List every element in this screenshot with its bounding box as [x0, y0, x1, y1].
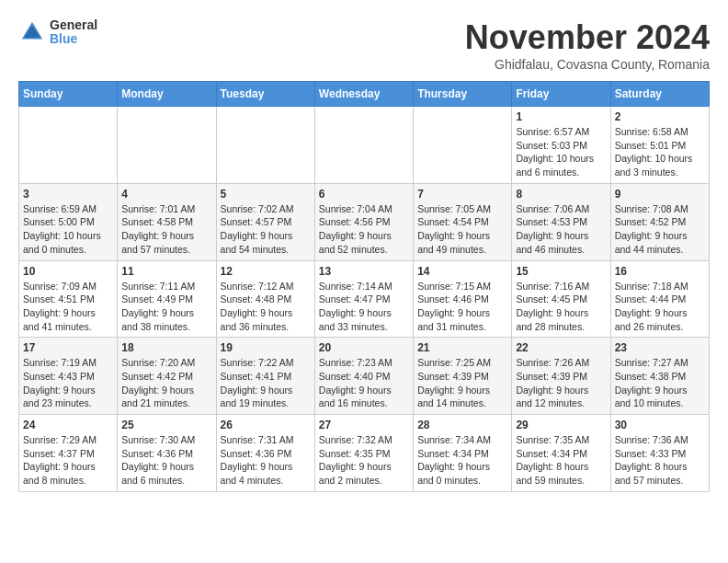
day-info: Sunrise: 7:35 AMSunset: 4:34 PMDaylight:… [516, 433, 606, 488]
day-info: Sunrise: 6:59 AMSunset: 5:00 PMDaylight:… [23, 202, 113, 257]
calendar-cell: 2Sunrise: 6:58 AMSunset: 5:01 PMDaylight… [610, 107, 709, 184]
day-info: Sunrise: 7:30 AMSunset: 4:36 PMDaylight:… [121, 433, 211, 488]
day-info: Sunrise: 7:05 AMSunset: 4:54 PMDaylight:… [417, 202, 507, 257]
day-info: Sunrise: 7:15 AMSunset: 4:46 PMDaylight:… [417, 280, 507, 334]
day-number: 13 [319, 265, 409, 278]
calendar-cell: 7Sunrise: 7:05 AMSunset: 4:54 PMDaylight… [414, 183, 512, 260]
day-number: 9 [615, 188, 705, 201]
day-number: 3 [23, 188, 113, 201]
calendar-cell: 19Sunrise: 7:22 AMSunset: 4:41 PMDayligh… [216, 338, 314, 415]
day-header-tuesday: Tuesday [216, 82, 314, 107]
calendar-cell [216, 107, 314, 184]
day-number: 28 [417, 419, 507, 431]
day-info: Sunrise: 7:06 AMSunset: 4:53 PMDaylight:… [516, 202, 606, 257]
calendar-cell: 11Sunrise: 7:11 AMSunset: 4:49 PMDayligh… [118, 260, 216, 338]
calendar-cell: 5Sunrise: 7:02 AMSunset: 4:57 PMDaylight… [216, 183, 314, 260]
calendar-cell: 15Sunrise: 7:16 AMSunset: 4:45 PMDayligh… [512, 260, 610, 338]
day-number: 21 [417, 341, 507, 354]
calendar-cell: 23Sunrise: 7:27 AMSunset: 4:38 PMDayligh… [610, 338, 709, 415]
calendar-cell: 21Sunrise: 7:25 AMSunset: 4:39 PMDayligh… [414, 338, 512, 415]
calendar-cell: 3Sunrise: 6:59 AMSunset: 5:00 PMDaylight… [19, 183, 118, 260]
day-info: Sunrise: 7:31 AMSunset: 4:36 PMDaylight:… [221, 433, 311, 488]
calendar-header: SundayMondayTuesdayWednesdayThursdayFrid… [19, 82, 710, 107]
day-info: Sunrise: 7:32 AMSunset: 4:35 PMDaylight:… [319, 433, 409, 488]
day-number: 6 [319, 188, 409, 201]
day-info: Sunrise: 7:11 AMSunset: 4:49 PMDaylight:… [121, 280, 211, 334]
day-number: 15 [516, 265, 606, 278]
calendar-cell: 29Sunrise: 7:35 AMSunset: 4:34 PMDayligh… [512, 415, 610, 492]
day-number: 24 [23, 419, 113, 431]
day-number: 7 [417, 188, 507, 201]
calendar-cell: 14Sunrise: 7:15 AMSunset: 4:46 PMDayligh… [414, 260, 512, 338]
day-info: Sunrise: 7:04 AMSunset: 4:56 PMDaylight:… [319, 202, 409, 257]
day-number: 2 [615, 110, 705, 123]
day-info: Sunrise: 6:58 AMSunset: 5:01 PMDaylight:… [615, 125, 705, 179]
day-info: Sunrise: 6:57 AMSunset: 5:03 PMDaylight:… [516, 125, 606, 179]
page-header: General Blue November 2024 Ghidfalau, Co… [18, 18, 710, 72]
calendar-cell: 27Sunrise: 7:32 AMSunset: 4:35 PMDayligh… [314, 415, 413, 492]
day-number: 16 [615, 265, 705, 278]
day-number: 11 [121, 265, 211, 278]
logo-general-text: General [50, 18, 97, 32]
calendar-cell: 10Sunrise: 7:09 AMSunset: 4:51 PMDayligh… [19, 260, 118, 338]
day-number: 25 [121, 419, 211, 431]
calendar-week-4: 17Sunrise: 7:19 AMSunset: 4:43 PMDayligh… [19, 338, 710, 415]
day-number: 30 [615, 419, 705, 431]
day-info: Sunrise: 7:27 AMSunset: 4:38 PMDaylight:… [615, 356, 705, 410]
calendar-cell [314, 107, 413, 184]
month-title: November 2024 [465, 18, 710, 57]
calendar-cell: 1Sunrise: 6:57 AMSunset: 5:03 PMDaylight… [512, 107, 610, 184]
day-info: Sunrise: 7:34 AMSunset: 4:34 PMDaylight:… [417, 433, 507, 488]
day-number: 19 [221, 341, 311, 354]
day-number: 8 [516, 188, 606, 201]
calendar-cell: 20Sunrise: 7:23 AMSunset: 4:40 PMDayligh… [314, 338, 413, 415]
calendar-week-3: 10Sunrise: 7:09 AMSunset: 4:51 PMDayligh… [19, 260, 710, 338]
day-header-sunday: Sunday [19, 82, 118, 107]
day-number: 14 [417, 265, 507, 278]
day-number: 27 [319, 419, 409, 431]
calendar-cell: 25Sunrise: 7:30 AMSunset: 4:36 PMDayligh… [118, 415, 216, 492]
day-header-wednesday: Wednesday [314, 82, 413, 107]
day-number: 10 [23, 265, 113, 278]
logo-blue-text: Blue [50, 32, 97, 46]
calendar-cell [19, 107, 118, 184]
calendar-week-1: 1Sunrise: 6:57 AMSunset: 5:03 PMDaylight… [19, 107, 710, 184]
calendar-cell: 17Sunrise: 7:19 AMSunset: 4:43 PMDayligh… [19, 338, 118, 415]
calendar-cell: 4Sunrise: 7:01 AMSunset: 4:58 PMDaylight… [118, 183, 216, 260]
day-header-friday: Friday [512, 82, 610, 107]
day-number: 12 [221, 265, 311, 278]
day-info: Sunrise: 7:09 AMSunset: 4:51 PMDaylight:… [23, 280, 113, 334]
calendar-cell [414, 107, 512, 184]
day-info: Sunrise: 7:19 AMSunset: 4:43 PMDaylight:… [23, 356, 113, 410]
day-header-thursday: Thursday [414, 82, 512, 107]
day-number: 18 [121, 341, 211, 354]
calendar-body: 1Sunrise: 6:57 AMSunset: 5:03 PMDaylight… [19, 107, 710, 492]
calendar-table: SundayMondayTuesdayWednesdayThursdayFrid… [18, 81, 710, 492]
calendar-week-5: 24Sunrise: 7:29 AMSunset: 4:37 PMDayligh… [19, 415, 710, 492]
calendar-cell: 16Sunrise: 7:18 AMSunset: 4:44 PMDayligh… [610, 260, 709, 338]
day-info: Sunrise: 7:29 AMSunset: 4:37 PMDaylight:… [23, 433, 113, 488]
day-info: Sunrise: 7:22 AMSunset: 4:41 PMDaylight:… [221, 356, 311, 410]
calendar-cell: 30Sunrise: 7:36 AMSunset: 4:33 PMDayligh… [610, 415, 709, 492]
logo-text: General Blue [50, 18, 97, 47]
day-info: Sunrise: 7:18 AMSunset: 4:44 PMDaylight:… [615, 280, 705, 334]
day-info: Sunrise: 7:25 AMSunset: 4:39 PMDaylight:… [417, 356, 507, 410]
calendar-week-2: 3Sunrise: 6:59 AMSunset: 5:00 PMDaylight… [19, 183, 710, 260]
day-number: 17 [23, 341, 113, 354]
day-info: Sunrise: 7:14 AMSunset: 4:47 PMDaylight:… [319, 280, 409, 334]
calendar-cell: 22Sunrise: 7:26 AMSunset: 4:39 PMDayligh… [512, 338, 610, 415]
day-number: 1 [516, 110, 606, 123]
location-subtitle: Ghidfalau, Covasna County, Romania [465, 57, 710, 72]
day-number: 20 [319, 341, 409, 354]
day-info: Sunrise: 7:23 AMSunset: 4:40 PMDaylight:… [319, 356, 409, 410]
day-header-saturday: Saturday [610, 82, 709, 107]
day-number: 23 [615, 341, 705, 354]
calendar-cell: 9Sunrise: 7:08 AMSunset: 4:52 PMDaylight… [610, 183, 709, 260]
day-header-monday: Monday [118, 82, 216, 107]
day-info: Sunrise: 7:08 AMSunset: 4:52 PMDaylight:… [615, 202, 705, 257]
day-number: 29 [516, 419, 606, 431]
calendar-cell: 13Sunrise: 7:14 AMSunset: 4:47 PMDayligh… [314, 260, 413, 338]
title-area: November 2024 Ghidfalau, Covasna County,… [465, 18, 710, 72]
calendar-cell: 12Sunrise: 7:12 AMSunset: 4:48 PMDayligh… [216, 260, 314, 338]
day-info: Sunrise: 7:01 AMSunset: 4:58 PMDaylight:… [121, 202, 211, 257]
